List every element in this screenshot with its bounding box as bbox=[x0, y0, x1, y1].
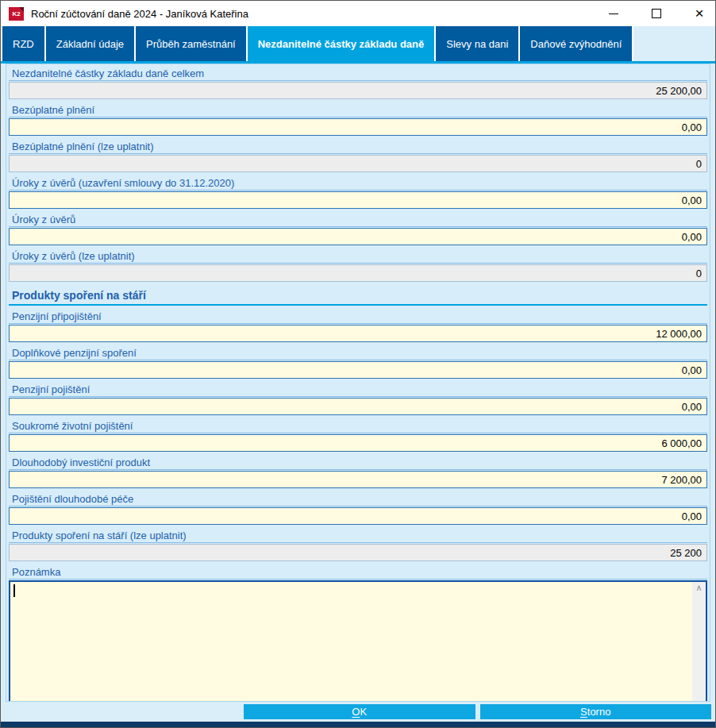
tab-strip-filler bbox=[633, 26, 715, 61]
field-label: Úroky z úvěrů (uzavření smlouvy do 31.12… bbox=[9, 178, 707, 191]
storno-button-mnemonic: S bbox=[580, 706, 587, 718]
storno-button-label: torno bbox=[587, 706, 611, 718]
k2-icon-label: K2 bbox=[12, 10, 20, 17]
field-label: Pojištění dlouhodobé péče bbox=[9, 494, 707, 507]
field-label: Produkty spoření na stáří (lze uplatnit) bbox=[9, 530, 707, 543]
field-label: Bezúplatné plnění bbox=[9, 105, 707, 117]
storno-button[interactable]: Storno bbox=[480, 704, 712, 719]
input-uroky-z-uveru-lze-uplatnit bbox=[9, 264, 707, 282]
input-pojisteni-dlouhodobe-pece[interactable] bbox=[9, 507, 707, 525]
note-input[interactable] bbox=[10, 582, 692, 702]
field-label: Nezdanitelné částky základu daně celkem bbox=[9, 68, 707, 81]
k2-app-icon: K2 bbox=[9, 7, 24, 21]
input-penzijni-pripojisteni[interactable] bbox=[9, 325, 707, 342]
input-uroky-z-uveru[interactable] bbox=[9, 228, 707, 245]
field-row: Penzijní připojištění bbox=[9, 311, 707, 342]
input-produkty-sporeni-lze-uplatnit bbox=[9, 544, 707, 561]
note-scrollbar[interactable]: ∧ ∨ bbox=[692, 582, 706, 702]
button-bar: OK Storno bbox=[1, 702, 715, 722]
input-nezdanitelne-castky-celkem bbox=[9, 82, 707, 99]
input-bezuplatne-plneni-lze-uplatnit bbox=[9, 155, 707, 172]
field-label: Soukromé životní pojištění bbox=[9, 421, 707, 433]
field-row: Dlouhodobý investiční produkt bbox=[9, 457, 707, 488]
ok-button-label: K bbox=[360, 706, 367, 718]
ok-button-mnemonic: O bbox=[352, 706, 360, 718]
window-controls: × bbox=[602, 3, 715, 24]
input-penzijni-pojisteni[interactable] bbox=[9, 398, 707, 415]
field-row: Bezúplatné plnění (lze uplatnit) bbox=[9, 141, 707, 172]
field-row: Bezúplatné plnění bbox=[9, 105, 707, 136]
field-label: Penzijní připojištění bbox=[9, 311, 707, 324]
scroll-up-icon[interactable]: ∧ bbox=[695, 582, 702, 594]
tab-prubeh-zamestnani[interactable]: Průběh zaměstnání bbox=[136, 26, 246, 61]
field-row: Penzijní pojištění bbox=[9, 384, 707, 415]
tab-slevy-na-dani[interactable]: Slevy na dani bbox=[436, 26, 518, 61]
field-row: Úroky z úvěrů (uzavření smlouvy do 31.12… bbox=[9, 178, 707, 209]
input-dlouhodoby-investicni-produkt[interactable] bbox=[9, 471, 707, 488]
input-doplnkove-penzijni-sporeni[interactable] bbox=[9, 361, 707, 379]
field-label: Dlouhodobý investiční produkt bbox=[9, 457, 707, 470]
input-bezuplatne-plneni[interactable] bbox=[9, 118, 707, 136]
field-row: Nezdanitelné částky základu daně celkem bbox=[9, 68, 707, 99]
tab-rzd[interactable]: RZD bbox=[2, 26, 44, 61]
minimize-icon bbox=[609, 13, 618, 14]
field-row: Produkty spoření na stáří (lze uplatnit) bbox=[9, 530, 707, 561]
input-soukrome-zivotni-pojisteni[interactable] bbox=[9, 434, 707, 452]
title-bar: K2 Roční zúčtování daně 2024 - Janíková … bbox=[1, 1, 715, 26]
maximize-button[interactable] bbox=[645, 3, 668, 24]
ok-button[interactable]: OK bbox=[244, 704, 475, 719]
bottom-accent-bar bbox=[1, 722, 715, 727]
field-label: Doplňkové penzijní spoření bbox=[9, 348, 707, 360]
note-row: Poznámka ∧ ∨ bbox=[9, 567, 707, 702]
close-button[interactable]: × bbox=[688, 3, 710, 24]
field-row: Doplňkové penzijní spoření bbox=[9, 348, 707, 379]
section-header-produkty-sporeni: Produkty spoření na stáří bbox=[9, 287, 707, 306]
note-label: Poznámka bbox=[9, 567, 707, 580]
field-row: Pojištění dlouhodobé péče bbox=[9, 494, 707, 525]
main-area: Nezdanitelné částky základu daně celkem … bbox=[1, 64, 715, 727]
field-row: Úroky z úvěrů (lze uplatnit) bbox=[9, 251, 707, 282]
minimize-button[interactable] bbox=[602, 3, 625, 24]
form-panel: Nezdanitelné částky základu daně celkem … bbox=[6, 64, 710, 702]
maximize-icon bbox=[652, 9, 661, 18]
field-row: Úroky z úvěrů bbox=[9, 214, 707, 245]
text-caret bbox=[13, 584, 15, 597]
field-label: Úroky z úvěrů (lze uplatnit) bbox=[9, 251, 707, 264]
tab-zakladni-udaje[interactable]: Základní údaje bbox=[46, 26, 134, 61]
tab-danove-zvyhodneni[interactable]: Daňové zvýhodnění bbox=[520, 26, 632, 61]
note-box: ∧ ∨ bbox=[9, 580, 707, 702]
window-title: Roční zúčtování daně 2024 - Janíková Kat… bbox=[31, 8, 602, 20]
tab-strip: RZD Základní údaje Průběh zaměstnání Nez… bbox=[1, 26, 715, 61]
input-uroky-z-uveru-do-2020[interactable] bbox=[9, 191, 707, 209]
tab-nezdanitelne-castky[interactable]: Nezdanitelné částky základu daně bbox=[248, 26, 435, 61]
dialog-window: K2 Roční zúčtování daně 2024 - Janíková … bbox=[0, 0, 716, 728]
field-label: Bezúplatné plnění (lze uplatnit) bbox=[9, 141, 707, 154]
field-label: Úroky z úvěrů bbox=[9, 214, 707, 227]
field-label: Penzijní pojištění bbox=[9, 384, 707, 397]
field-row: Soukromé životní pojištění bbox=[9, 421, 707, 452]
